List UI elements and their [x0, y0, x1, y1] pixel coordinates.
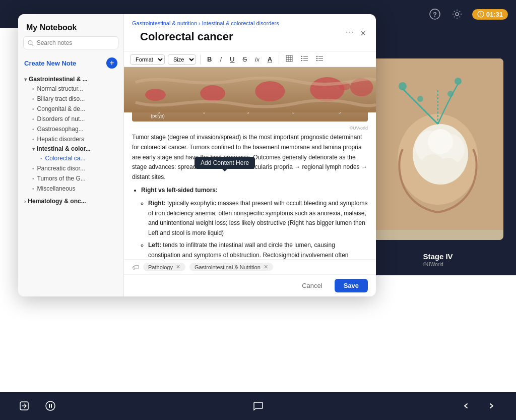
subcategory-intestinal-header[interactable]: ▾ Intestinal & color...	[30, 144, 119, 153]
help-icon[interactable]: ?	[428, 7, 442, 21]
item-label: Normal structur...	[37, 85, 83, 92]
category-hematology-label: Hematology & onc...	[28, 198, 86, 205]
stage-iv-label: Stage IV	[423, 252, 453, 261]
svg-point-12	[399, 82, 407, 90]
gastrointestinal-items: • Normal structur... • Biliary tract dis…	[22, 84, 119, 194]
add-content-tooltip[interactable]: Add Content Here	[195, 157, 255, 169]
bullet-icon: •	[32, 96, 34, 102]
category-hematology-header[interactable]: › Hematology & onc...	[22, 197, 119, 206]
bullet-icon: •	[32, 137, 34, 142]
sidebar-tree: ▾ Gastrointestinal & ... • Normal struct…	[18, 73, 123, 296]
bottom-toolbar	[0, 392, 516, 420]
toolbar-right-controls	[458, 398, 500, 414]
table-button[interactable]	[283, 54, 295, 65]
item-label-colorectal: Colorectal ca...	[45, 155, 86, 162]
strikethrough-button[interactable]: S	[240, 54, 249, 64]
item-label: Gastroesophag...	[37, 126, 84, 133]
bullet-icon: •	[32, 127, 34, 132]
svg-point-11	[438, 158, 458, 176]
svg-rect-31	[301, 60, 302, 61]
tag-chip-gi: Gastrointestinal & Nutrition ✕	[189, 263, 273, 271]
bullet-icon: •	[40, 156, 42, 161]
chevron-down-icon: ▾	[24, 77, 27, 82]
notebook-main-panel: Gastrointestinal & nutrition › Intestina…	[124, 14, 376, 296]
forward-arrow-icon[interactable]	[484, 398, 500, 414]
item-label: Biliary tract diso...	[37, 95, 85, 102]
item-label: Disorders of nut...	[37, 115, 85, 123]
search-input[interactable]	[37, 39, 114, 46]
svg-rect-19	[51, 404, 52, 408]
save-button[interactable]: Save	[335, 279, 368, 292]
bullet-icon: •	[32, 166, 34, 171]
note-body[interactable]: Stage 0(polyp) Stage I Stage II Stage II…	[124, 67, 376, 259]
toolbar-center-controls	[250, 398, 266, 414]
tag-icon: 🏷	[132, 263, 139, 271]
svg-point-40	[200, 85, 225, 101]
svg-point-15	[447, 91, 454, 97]
italic2-button[interactable]: Ix	[252, 55, 262, 64]
category-gastrointestinal-header[interactable]: ▾ Gastrointestinal & ...	[22, 75, 119, 84]
item-label: Tumors of the G...	[37, 175, 86, 182]
list-item[interactable]: • Pancreatic disor...	[30, 163, 119, 173]
svg-point-39	[145, 89, 166, 101]
list-item[interactable]: • Congenital & de...	[30, 104, 119, 114]
item-label: Pancreatic disor...	[37, 165, 85, 172]
create-note-label: Create New Note	[24, 59, 76, 67]
intestinal-items: • Colorectal ca...	[30, 153, 119, 163]
stage-iv-panel: Spreads through lymph to other organs	[360, 28, 516, 275]
format-select[interactable]: Format	[130, 54, 165, 65]
bullet-icon: •	[32, 116, 34, 122]
search-icon	[28, 40, 34, 46]
svg-rect-29	[301, 56, 302, 57]
tag-remove-pathology[interactable]: ✕	[176, 264, 180, 270]
list-item[interactable]: • Miscellaneous	[30, 184, 119, 194]
svg-point-9	[428, 129, 453, 154]
cancel-button[interactable]: Cancel	[295, 279, 329, 292]
settings-icon[interactable]	[450, 7, 464, 21]
loop-icon[interactable]	[16, 398, 32, 414]
list2-button[interactable]	[313, 54, 326, 64]
size-select[interactable]: Size	[168, 54, 196, 65]
bullet-icon: •	[32, 186, 34, 192]
color-button[interactable]: A	[265, 54, 275, 64]
item-label: Miscellaneous	[37, 185, 76, 192]
bullet-icon: •	[32, 176, 34, 182]
note-image-credit: ©UWorld	[132, 126, 368, 131]
close-modal-button[interactable]: ×	[358, 26, 368, 41]
tags-row: 🏷 Pathology ✕ Gastrointestinal & Nutriti…	[124, 259, 376, 274]
notebook-title: My Notebook	[18, 14, 123, 36]
notebook-modal: My Notebook Create New Note + ▾ Gastroin…	[18, 14, 376, 296]
note-stage-image: Stage 0(polyp) Stage I Stage II Stage II…	[132, 71, 368, 122]
search-bar[interactable]	[23, 36, 118, 49]
note-footer: Cancel Save	[124, 274, 376, 296]
list1-button[interactable]	[298, 54, 310, 64]
note-editor-toolbar: Format Size B I U S Ix A	[124, 52, 376, 67]
comment-icon[interactable]	[250, 398, 266, 414]
svg-point-14	[417, 96, 423, 102]
create-note-plus-button[interactable]: +	[106, 57, 117, 69]
pause-icon[interactable]	[42, 398, 58, 414]
list-item[interactable]: • Gastroesophag...	[30, 124, 119, 134]
list-item[interactable]: • Hepatic disorders	[30, 134, 119, 144]
list-item[interactable]: • Biliary tract diso...	[30, 94, 119, 104]
bullet-icon: •	[32, 106, 34, 112]
underline-button[interactable]: U	[227, 54, 237, 64]
chevron-down-icon: ▾	[32, 146, 35, 152]
category-gastrointestinal: ▾ Gastrointestinal & ... • Normal struct…	[18, 73, 123, 195]
svg-rect-18	[49, 404, 50, 408]
toolbar-divider-2	[279, 55, 279, 64]
tag-chip-pathology: Pathology ✕	[143, 263, 185, 271]
list-item[interactable]: • Tumors of the G...	[30, 173, 119, 184]
tag-remove-gi[interactable]: ✕	[264, 264, 268, 270]
list-item[interactable]: • Normal structur...	[30, 84, 119, 94]
italic-button[interactable]: I	[217, 54, 224, 64]
back-arrow-icon[interactable]	[458, 398, 474, 414]
bullet-icon: •	[32, 86, 34, 92]
list-item-colorectal[interactable]: • Colorectal ca...	[38, 153, 119, 163]
svg-point-17	[46, 401, 55, 410]
list-item[interactable]: • Disorders of nut...	[30, 114, 119, 124]
bold-button[interactable]: B	[205, 54, 214, 64]
more-options-button[interactable]: ⋯	[345, 26, 354, 37]
note-header: Gastrointestinal & nutrition › Intestina…	[124, 14, 376, 52]
subcategory-intestinal-label: Intestinal & color...	[37, 145, 91, 152]
